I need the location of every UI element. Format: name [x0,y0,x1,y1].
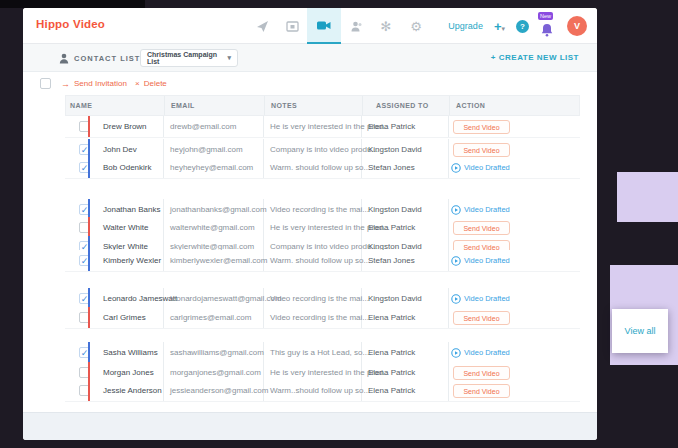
bulk-actions-toolbar: →Send Invitation ×Delete [23,72,597,95]
video-drafted-icon [451,294,461,304]
nav-icon-bar: ✻ ⚙ [247,8,431,44]
send-invitation-button[interactable]: →Send Invitation [61,79,127,89]
app-window: Hippo Video ✻ ⚙ Upgrade +▾ [23,8,597,440]
column-header-action: ACTION [456,96,485,115]
campaign-list-select[interactable]: Christmas Campaign List▾ [140,49,238,67]
screen: Hippo Video ✻ ⚙ Upgrade +▾ [0,0,678,448]
contact-assigned-to: Elena Patrick [368,217,415,238]
status-bar [88,342,90,363]
contact-email: sashawilliams@gmail.com [170,342,264,363]
contact-name: Bob Odenkirk [103,157,151,178]
screen-record-icon[interactable] [277,8,307,44]
cell-divider [448,250,449,271]
header-divider [164,96,165,115]
status-bar [88,157,90,178]
subheader: CONTACT LIST Christmas Campaign List▾ + … [23,44,597,72]
hippo-video-logo: Hippo Video [36,18,105,30]
table-row[interactable]: Carl Grimescarlgrimes@email.comVideo rec… [65,307,580,329]
contact-assigned-to: Elena Patrick [368,380,415,401]
contacts-icon[interactable] [341,8,371,44]
select-all-checkbox[interactable] [40,78,51,89]
create-new-list-button[interactable]: + CREATE NEW LIST [491,53,579,62]
corner-strip [0,0,145,8]
video-drafted-status: Video Drafted [451,342,510,363]
integrations-icon[interactable]: ✻ [371,8,401,44]
contact-email: carlgrimes@email.com [170,307,251,328]
table-row[interactable]: ✓Kimberly Wexlerkimberlywexler@email.com… [65,250,580,272]
contact-assigned-to: Elena Patrick [368,342,415,363]
cell-divider [448,157,449,178]
send-video-button[interactable]: Send Video [453,311,510,325]
table-row[interactable]: Jessie Andersonjessieanderson@gmail.comW… [65,380,580,402]
cell-divider [263,116,264,137]
new-badge: New [538,12,553,20]
video-drafted-icon [451,205,461,215]
contact-name: Walter White [103,217,149,238]
video-drafted-status: Video Drafted [451,288,510,309]
contact-assigned-to: Stefan Jones [368,250,415,271]
upgrade-link[interactable]: Upgrade [448,21,483,31]
video-drafted-status: Video Drafted [451,157,510,178]
contact-assigned-to: Kingston David [368,288,422,309]
table-row[interactable]: Drew Browndrewb@email.comHe is very inte… [65,116,580,138]
contact-notes: Video recording is the mai.... [270,307,371,328]
create-plus-button[interactable]: +▾ [494,19,505,34]
help-icon[interactable]: ? [516,20,529,33]
send-video-button[interactable]: Send Video [453,221,510,235]
video-drafted-icon [451,163,461,173]
paper-plane-icon[interactable] [247,8,277,44]
cell-divider [263,157,264,178]
status-bar [88,116,90,137]
cell-divider [163,157,164,178]
cell-divider [163,250,164,271]
contact-email: drewb@email.com [170,116,236,137]
table-row[interactable]: ✓Sasha Williamssashawilliams@gmail.comTh… [65,342,580,364]
video-camera-icon[interactable] [307,8,341,44]
delete-button[interactable]: ×Delete [135,79,167,88]
bell-icon [541,23,553,37]
floating-view-all[interactable]: View all [612,309,668,353]
contact-assigned-to: Stefan Jones [368,157,415,178]
contact-assigned-to: Elena Patrick [368,116,415,137]
cell-divider [448,380,449,401]
contact-list-label: CONTACT LIST [59,53,140,64]
status-bar [88,307,90,328]
contact-notes: Video recording is the mai... [270,288,369,309]
contact-email: heyheyhey@email.com [170,157,253,178]
status-bar [88,380,90,401]
status-bar [88,250,90,271]
send-video-button[interactable]: Send Video [453,384,510,398]
person-icon [59,53,69,64]
status-bar [88,288,90,309]
send-video-button[interactable]: Send Video [453,366,510,380]
column-header-notes: NOTES [271,96,297,115]
settings-gear-icon[interactable]: ⚙ [401,8,431,44]
header-divider [362,96,363,115]
table-row[interactable]: ✓Bob Odenkirkheyheyhey@email.comWarm. sh… [65,157,580,179]
arrow-icon: → [61,79,70,89]
send-video-button[interactable]: Send Video [453,120,510,134]
contact-email: leonardojameswatt@gmail.com [170,288,282,309]
cell-divider [448,307,449,328]
chevron-down-icon: ▾ [501,25,505,32]
header-divider [449,96,450,115]
send-video-button[interactable]: Send Video [453,143,510,157]
video-drafted-status: Video Drafted [451,250,510,271]
top-nav: Hippo Video ✻ ⚙ Upgrade +▾ [23,8,597,44]
nav-right: Upgrade +▾ ? New V [448,8,587,44]
contact-notes: Warm..should follow up so... [270,380,370,401]
contact-email: jessieanderson@gmail.com [170,380,268,401]
video-drafted-icon [451,348,461,358]
cell-divider [448,342,449,363]
cell-divider [163,380,164,401]
column-header-name: NAME [70,96,92,115]
cell-divider [448,116,449,137]
contact-name: Kimberly Wexler [103,250,161,271]
contact-notes: This guy is a Hot Lead, so.... [270,342,371,363]
column-header-email: EMAIL [171,96,195,115]
avatar[interactable]: V [567,16,587,36]
contact-email: walterwhite@gmail.com [170,217,255,238]
notifications-bell[interactable]: New [540,15,556,37]
status-bar [88,217,90,238]
contact-assigned-to: Elena Patrick [368,307,415,328]
